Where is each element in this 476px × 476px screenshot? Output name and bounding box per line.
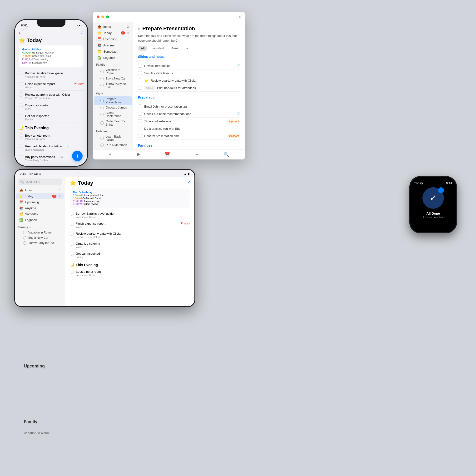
subtask-checkbox[interactable] <box>138 134 142 138</box>
sidebar-subitem-car[interactable]: Buy a New Car <box>94 76 132 81</box>
sidebar-item-today[interactable]: ⭐ Today 1 8 <box>94 30 132 36</box>
slides-more-button[interactable]: ··· <box>238 55 240 59</box>
ipad-task-checkbox[interactable] <box>70 241 74 246</box>
sidebar-subitem-onboard[interactable]: Onboard James <box>94 105 132 110</box>
task-checkbox[interactable] <box>19 92 23 97</box>
filter-more[interactable]: ··· <box>183 46 191 51</box>
window-copy-icon[interactable]: ⧉ <box>239 15 241 19</box>
circle-icon <box>101 70 104 73</box>
subtask-checkbox[interactable] <box>138 127 142 130</box>
task-item[interactable]: Borrow Sarah's travel guide Vacation in … <box>19 69 84 80</box>
desktop-app: ⧉ 📥 Inbox 2 ⭐ Today 1 8 📅 Upcoming 📚 Any… <box>93 12 245 159</box>
ipad-task-item[interactable]: Review quarterly data with Olivia Prepar… <box>70 230 190 240</box>
task-more-button[interactable]: ··· <box>197 26 200 31</box>
task-checkbox[interactable] <box>19 71 23 75</box>
more-options-button[interactable]: ··· <box>182 180 185 185</box>
sidebar-subitem-vacation[interactable]: Vacation in Rome <box>94 67 132 76</box>
subtask-row[interactable]: ⭐ Review quarterly data with Olivia <box>138 77 240 84</box>
add-button[interactable]: + <box>109 152 112 157</box>
watch-add-button[interactable]: + <box>438 187 444 193</box>
ipad-subitem-car[interactable]: Buy a New Car <box>16 235 64 240</box>
move-button[interactable]: → <box>195 152 199 157</box>
filter-important[interactable]: Important <box>149 46 167 51</box>
circle-icon <box>101 113 104 116</box>
filter-diane[interactable]: Diane <box>168 46 181 51</box>
sidebar-subitem-party[interactable]: Throw Party for Eve <box>94 81 132 90</box>
task-checkbox[interactable] <box>19 114 23 118</box>
search-button[interactable]: 🔍 <box>224 152 229 157</box>
sidebar-item-inbox[interactable]: 📥 Inbox 2 <box>94 24 132 30</box>
phone-vacation-label: Vacation in Rome <box>24 431 50 435</box>
sidebar-subitem-presentation[interactable]: Prepare Presentation <box>94 96 132 105</box>
task-checkbox[interactable] <box>19 82 23 86</box>
ipad-task-item[interactable]: Borrow Sarah's travel guide Vacation in … <box>70 210 190 220</box>
task-item[interactable]: Organize catering Work <box>19 102 84 112</box>
circle-icon <box>23 241 26 245</box>
ipad-task-checkbox[interactable] <box>70 252 74 255</box>
ipad-task-checkbox[interactable] <box>70 270 74 274</box>
date-tag: Nov 13 <box>144 86 155 90</box>
sidebar-subitem-italian[interactable]: Learn Basic Italian <box>94 134 132 143</box>
task-item[interactable]: Review quarterly data with Olivia Prepar… <box>19 91 84 102</box>
ipad-task-item[interactable]: Finish expense report 🚩 today Work <box>70 220 190 230</box>
subtask-checkbox[interactable] <box>138 71 142 75</box>
subtask-row[interactable]: Confirm presentation time Important <box>138 132 240 140</box>
ipad-task-item[interactable]: Get car inspected Family <box>70 250 190 260</box>
sidebar-item-upcoming[interactable]: 📅 Upcoming <box>94 36 132 42</box>
add-checklist-button[interactable]: ⊕ <box>136 152 140 157</box>
task-item[interactable]: Finish expense report 🚩 today Work <box>19 80 84 91</box>
ipad-sidebar-anytime[interactable]: 📚 Anytime <box>16 205 64 211</box>
check-button[interactable]: ✓ <box>187 180 191 185</box>
check-icon[interactable]: ✓ <box>80 30 84 35</box>
sidebar-subitem-conference[interactable]: Attend Conference <box>94 110 132 119</box>
ipad-task-checkbox[interactable] <box>70 221 74 226</box>
fab-button[interactable]: + <box>72 151 83 161</box>
ipad-sidebar-today[interactable]: ⭐ Today 1 8 <box>16 193 64 199</box>
ipad-search[interactable]: 🔍 Quick Find <box>18 178 62 185</box>
ipad-sidebar-upcoming[interactable]: 📅 Upcoming <box>16 199 64 205</box>
sidebar-item-logbook[interactable]: ✅ Logbook <box>94 54 132 61</box>
close-button[interactable] <box>97 16 100 18</box>
sidebar-item-someday[interactable]: 🗂️ Someday <box>94 48 132 54</box>
task-checkbox[interactable] <box>19 133 23 137</box>
maximize-button[interactable] <box>106 16 109 18</box>
sidebar-subitem-tshirts[interactable]: Order Team T-Shirts <box>94 119 132 127</box>
subtask-checkbox[interactable] <box>138 119 142 123</box>
task-checkbox[interactable] <box>19 144 23 148</box>
sidebar-item-anytime[interactable]: 📚 Anytime <box>94 42 132 48</box>
subtask-row[interactable]: Simplify slide layouts <box>138 69 240 77</box>
task-checkbox[interactable] <box>19 155 23 159</box>
ipad-task-item[interactable]: Organize catering Work <box>70 240 190 250</box>
subtask-checkbox[interactable] <box>138 104 142 108</box>
ipad-task-checkbox[interactable] <box>70 212 74 216</box>
task-item[interactable]: Book a hotel room Vacation in Rome <box>19 132 84 142</box>
task-item[interactable]: Read article about nutrition 📄 Run a Mar… <box>19 142 84 153</box>
subtask-row[interactable]: Do a practice run with Eric <box>138 125 240 132</box>
task-item[interactable]: Get car inspected Family <box>19 112 84 123</box>
subtask-checkbox[interactable] <box>138 86 142 90</box>
sidebar-subitem-marathon[interactable]: Run a Marathon <box>94 143 132 148</box>
ipad-task-checkbox[interactable] <box>70 232 74 236</box>
subtask-row[interactable]: Check out book recommendations 📄 <box>138 110 240 118</box>
preparation-more-button[interactable]: ··· <box>238 95 240 99</box>
task-checkbox[interactable] <box>19 103 23 107</box>
ipad-task-item[interactable]: Book a hotel room Vacation in Rome <box>70 268 190 278</box>
filter-all[interactable]: All <box>138 46 147 51</box>
ipad-sidebar-inbox[interactable]: 📥 Inbox 2 <box>16 187 64 193</box>
subtask-row[interactable]: Email John for presentation tips <box>138 103 240 110</box>
subtask-row[interactable]: Revise introduction 📄 <box>138 62 240 69</box>
facilities-more-button[interactable]: ··· <box>238 143 240 147</box>
subtask-checkbox[interactable] <box>138 64 142 68</box>
expand-icon[interactable]: ∨ <box>29 226 31 229</box>
subtask-row[interactable]: Nov 13 Print handouts for attendees <box>138 84 240 92</box>
ipad-subitem-vacation[interactable]: Vacation in Rome <box>16 230 64 235</box>
ipad-sidebar-logbook[interactable]: ✅ Logbook <box>16 217 64 223</box>
minimize-button[interactable] <box>102 16 104 18</box>
ipad-sidebar-someday[interactable]: 🗂️ Someday <box>16 211 64 217</box>
subtask-checkbox[interactable] <box>138 79 142 82</box>
schedule-button[interactable]: 📅 <box>165 152 170 157</box>
ipad-subitem-party[interactable]: Throw Party for Eve <box>16 240 64 246</box>
subtask-row[interactable]: Time a full rehearsal Important <box>138 118 240 125</box>
subtask-checkbox[interactable] <box>138 112 142 116</box>
back-icon[interactable]: ‹ <box>19 30 20 35</box>
